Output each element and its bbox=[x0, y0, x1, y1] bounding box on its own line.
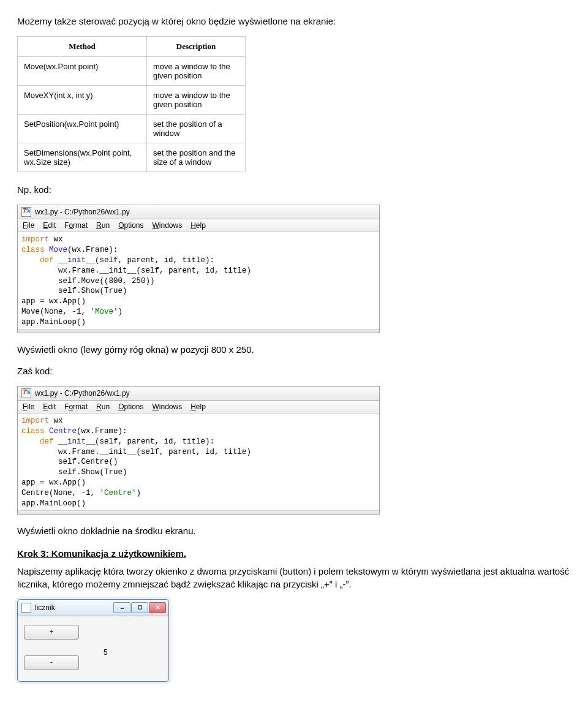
cell-method: SetPosition(wx.Point point) bbox=[18, 115, 147, 143]
cell-desc: set the position and the size of a windo… bbox=[147, 143, 246, 172]
idle-editor-1: 7% wx1.py - C:/Python26/wx1.py FFileile … bbox=[17, 205, 380, 333]
cell-method: SetDimensions(wx.Point point, wx.Size si… bbox=[18, 143, 147, 172]
minus-button[interactable]: - bbox=[24, 655, 79, 670]
cell-method: MoveXY(int x, int y) bbox=[18, 86, 147, 115]
table-row: SetDimensions(wx.Point point, wx.Size si… bbox=[18, 143, 246, 172]
close-button[interactable] bbox=[149, 602, 166, 613]
idle1-menubar: FFileile Edit Format Run Options Windows… bbox=[18, 219, 379, 232]
paragraph-result2: Wyświetli okno dokładnie na środku ekran… bbox=[17, 524, 571, 537]
idle2-titlebar[interactable]: 7% wx1.py - C:/Python26/wx1.py bbox=[18, 387, 379, 401]
licznik-titlebar[interactable]: licznik bbox=[18, 600, 168, 616]
idle2-scrollbar[interactable] bbox=[18, 510, 379, 514]
app-icon bbox=[21, 603, 31, 613]
menu-options[interactable]: Options bbox=[118, 221, 143, 230]
counter-value: 5 bbox=[104, 648, 108, 657]
idle2-code[interactable]: import wx class Centre(wx.Frame): def __… bbox=[18, 413, 379, 510]
cell-desc: move a window to the given position bbox=[147, 86, 246, 115]
methods-table: Method Description Move(wx.Point point) … bbox=[17, 36, 246, 172]
paragraph-app-desc: Napiszemy aplikację która tworzy okienko… bbox=[17, 565, 571, 591]
menu-windows[interactable]: Windows bbox=[153, 221, 183, 230]
menu-file[interactable]: File bbox=[23, 402, 34, 411]
menu-options[interactable]: Options bbox=[118, 402, 143, 411]
cell-desc: move a window to the given position bbox=[147, 57, 246, 86]
col-description: Description bbox=[147, 37, 246, 57]
col-method: Method bbox=[18, 37, 147, 57]
menu-format[interactable]: Format bbox=[64, 221, 88, 230]
paragraph-result1: Wyświetli okno (lewy górny róg okna) w p… bbox=[17, 343, 571, 356]
menu-file[interactable]: FFileile bbox=[23, 221, 34, 230]
paragraph-eg: Np. kod: bbox=[17, 183, 571, 196]
menu-help[interactable]: Help bbox=[190, 221, 206, 230]
step3-heading: Krok 3: Komunikacja z użytkownikiem. bbox=[17, 548, 571, 559]
idle2-menubar: File Edit Format Run Options Windows Hel… bbox=[18, 401, 379, 413]
menu-help[interactable]: Help bbox=[190, 402, 206, 411]
svg-rect-1 bbox=[138, 606, 141, 609]
table-row: Move(wx.Point point) move a window to th… bbox=[18, 57, 246, 86]
table-row: MoveXY(int x, int y) move a window to th… bbox=[18, 86, 246, 115]
menu-edit[interactable]: Edit bbox=[43, 402, 56, 411]
table-row: SetPosition(wx.Point point) set the posi… bbox=[18, 115, 246, 143]
maximize-button[interactable] bbox=[131, 602, 148, 613]
menu-windows[interactable]: Windows bbox=[153, 402, 183, 411]
cell-desc: set the position of a window bbox=[147, 115, 246, 143]
licznik-window: licznik + - 5 bbox=[17, 599, 169, 682]
idle1-scrollbar[interactable] bbox=[18, 329, 379, 333]
idle-editor-2: 7% wx1.py - C:/Python26/wx1.py File Edit… bbox=[17, 386, 380, 515]
menu-edit[interactable]: Edit bbox=[43, 221, 56, 230]
menu-format[interactable]: Format bbox=[64, 402, 88, 411]
licznik-title-text: licznik bbox=[35, 603, 113, 612]
python-idle-icon: 7% bbox=[21, 207, 31, 217]
cell-method: Move(wx.Point point) bbox=[18, 57, 147, 86]
paragraph-next: Zaś kod: bbox=[17, 364, 571, 377]
menu-run[interactable]: Run bbox=[96, 402, 110, 411]
idle2-title: wx1.py - C:/Python26/wx1.py bbox=[35, 389, 130, 398]
idle1-code[interactable]: import wx class Move(wx.Frame): def __in… bbox=[18, 232, 379, 329]
python-idle-icon: 7% bbox=[21, 388, 31, 398]
plus-button[interactable]: + bbox=[24, 625, 79, 640]
menu-run[interactable]: Run bbox=[96, 221, 110, 230]
paragraph-intro: Możemy także sterować pozycją w której o… bbox=[17, 15, 571, 28]
minimize-button[interactable] bbox=[113, 602, 130, 613]
idle1-title: wx1.py - C:/Python26/wx1.py bbox=[35, 208, 130, 216]
idle1-titlebar[interactable]: 7% wx1.py - C:/Python26/wx1.py bbox=[18, 205, 379, 219]
